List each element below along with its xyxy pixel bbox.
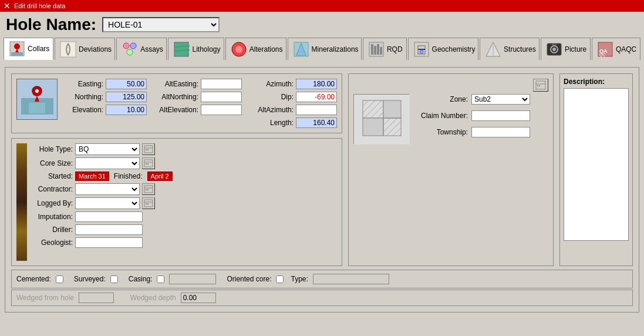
svg-rect-40 bbox=[146, 149, 147, 150]
altazimuth-input[interactable] bbox=[296, 105, 337, 115]
collars-icon bbox=[9, 41, 25, 57]
deviations-icon bbox=[60, 41, 76, 58]
altnorthing-label: AltNorthing: bbox=[157, 93, 198, 101]
imputation-row: Imputation: bbox=[32, 211, 337, 222]
coresize-btn[interactable] bbox=[142, 157, 155, 169]
tab-picture[interactable]: Picture bbox=[541, 38, 591, 60]
surveyed-checkbox[interactable] bbox=[110, 275, 118, 283]
description-box: Description: bbox=[559, 73, 633, 266]
loggedby-select[interactable] bbox=[75, 197, 140, 209]
svg-rect-17 bbox=[377, 44, 379, 55]
tab-mineralizations[interactable]: Mineralizations bbox=[288, 38, 362, 60]
tab-qaqc[interactable]: QA QC QAQC bbox=[592, 38, 640, 60]
wedgedfromhole-label: Wedged from hole bbox=[16, 294, 74, 302]
az-fields: Azimuth: Dip: AltAzimuth: Length: bbox=[252, 79, 337, 128]
tab-structures[interactable]: Structures bbox=[480, 38, 540, 60]
alteasting-row: AltEasting: bbox=[157, 79, 242, 89]
dip-input[interactable] bbox=[296, 92, 337, 102]
bottom-bar-1: Cemented: Surveyed: Casing: Oriented cor… bbox=[11, 270, 633, 288]
top-bar: ✕ Edit drill hole data bbox=[0, 0, 644, 12]
zone-label: Zone: bbox=[415, 95, 468, 103]
wedgeddepth-input[interactable] bbox=[181, 293, 216, 303]
svg-rect-8 bbox=[174, 42, 188, 56]
casing-input[interactable] bbox=[169, 274, 216, 284]
easting-input[interactable] bbox=[106, 79, 147, 89]
imputation-input[interactable] bbox=[75, 211, 143, 222]
alteasting-input[interactable] bbox=[201, 79, 242, 89]
township-input[interactable] bbox=[471, 127, 530, 137]
elevation-input[interactable] bbox=[106, 105, 147, 115]
tab-lithology-label: Lithology bbox=[192, 45, 220, 53]
wedgeddepth-label: Wedged depth bbox=[130, 294, 176, 302]
tab-geochemistry[interactable]: Geochemistry bbox=[408, 38, 478, 60]
azimuth-input[interactable] bbox=[296, 79, 337, 89]
top-bar-label: Edit drill hole data bbox=[14, 2, 65, 9]
coords-box: Easting: Northing: Elevation: bbox=[11, 73, 342, 133]
picture-icon bbox=[546, 41, 562, 58]
qaqc-icon: QA QC bbox=[597, 41, 613, 58]
length-input[interactable] bbox=[296, 117, 337, 128]
cemented-checkbox[interactable] bbox=[56, 275, 63, 283]
northing-input[interactable] bbox=[106, 92, 147, 102]
main-panel: Easting: Northing: Elevation: bbox=[5, 67, 639, 313]
structures-icon bbox=[485, 41, 501, 58]
alteasting-label: AltEasting: bbox=[157, 80, 198, 88]
tab-collars[interactable]: Collars bbox=[4, 38, 53, 60]
dip-row: Dip: bbox=[252, 92, 337, 102]
alt-fields: AltEasting: AltNorthing: AltElevation: bbox=[157, 79, 242, 115]
zone-select[interactable]: Sub2 bbox=[471, 94, 530, 105]
tab-alterations[interactable]: Alterations bbox=[225, 38, 286, 60]
description-textarea[interactable] bbox=[564, 88, 629, 241]
svg-rect-48 bbox=[146, 189, 147, 190]
tab-lithology[interactable]: Lithology bbox=[168, 38, 224, 60]
svg-rect-60 bbox=[363, 100, 383, 118]
altnorthing-row: AltNorthing: bbox=[157, 92, 242, 102]
altnorthing-input[interactable] bbox=[201, 92, 242, 102]
casing-checkbox[interactable] bbox=[157, 275, 164, 283]
svg-rect-62 bbox=[363, 118, 383, 136]
easting-row: Easting: bbox=[62, 79, 147, 89]
orientedcore-checkbox[interactable] bbox=[276, 275, 284, 283]
finished-btn[interactable]: April 2 bbox=[147, 172, 173, 181]
geologist-input[interactable] bbox=[75, 237, 143, 248]
svg-rect-52 bbox=[146, 203, 147, 204]
wedgedfromhole-input[interactable] bbox=[79, 293, 114, 303]
coresize-select[interactable] bbox=[75, 157, 140, 169]
tab-rqd[interactable]: RQD bbox=[363, 38, 407, 60]
orientedcore-label: Oriented core: bbox=[227, 275, 271, 283]
loggedby-btn[interactable] bbox=[142, 197, 155, 209]
started-btn[interactable]: March 31 bbox=[75, 172, 109, 181]
type-input[interactable] bbox=[313, 274, 389, 284]
holetype-btn[interactable] bbox=[142, 143, 155, 155]
tab-rqd-label: RQD bbox=[387, 45, 403, 53]
casing-label: Casing: bbox=[129, 275, 153, 283]
contractor-select[interactable] bbox=[75, 183, 140, 195]
length-label: Length: bbox=[252, 119, 294, 127]
coords-fields: Easting: Northing: Elevation: bbox=[62, 79, 147, 115]
altelevation-row: AltElevation: bbox=[157, 105, 242, 115]
svg-rect-41 bbox=[147, 149, 149, 150]
mineralizations-icon bbox=[293, 41, 309, 58]
tabs-bar: Collars Deviations Assays bbox=[0, 38, 644, 60]
section-top: Easting: Northing: Elevation: bbox=[11, 73, 633, 266]
azimuth-label: Azimuth: bbox=[252, 80, 294, 88]
lithology-icon bbox=[173, 41, 190, 58]
driller-row: Driller: bbox=[32, 224, 337, 235]
contractor-btn[interactable] bbox=[142, 183, 155, 195]
driller-input[interactable] bbox=[75, 224, 143, 235]
svg-rect-28 bbox=[552, 43, 557, 45]
type-label: Type: bbox=[291, 275, 308, 283]
altelevation-label: AltElevation: bbox=[157, 106, 198, 114]
svg-rect-15 bbox=[371, 44, 373, 55]
tab-assays-label: Assays bbox=[140, 45, 163, 53]
holetype-select[interactable]: BQ bbox=[75, 143, 140, 155]
tab-assays[interactable]: Assays bbox=[116, 38, 167, 60]
altelevation-input[interactable] bbox=[201, 105, 242, 115]
geologist-label: Geologist: bbox=[32, 238, 73, 247]
dates-row: Started: March 31 Finished: April 2 bbox=[32, 172, 337, 181]
svg-rect-45 bbox=[147, 163, 149, 164]
hole-name-select[interactable]: HOLE-01 bbox=[102, 17, 220, 32]
claimnumber-input[interactable] bbox=[471, 110, 530, 121]
tab-deviations[interactable]: Deviations bbox=[55, 38, 115, 60]
map-btn[interactable] bbox=[533, 79, 548, 92]
